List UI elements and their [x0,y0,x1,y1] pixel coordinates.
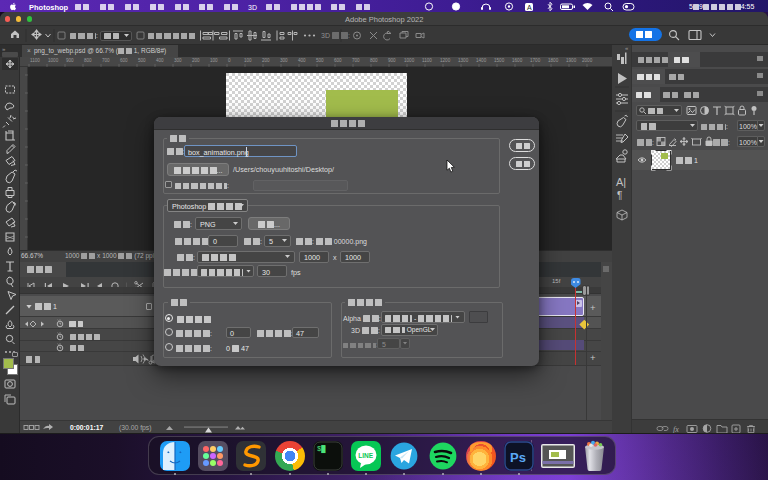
svg-text:$█: $█ [317,445,326,454]
svg-text:900: 900 [388,58,396,63]
svg-text:200: 200 [262,58,270,63]
svg-text:1200: 1200 [440,58,451,63]
svg-text:1800: 1800 [548,58,559,63]
svg-text:1500: 1500 [494,58,505,63]
svg-text:1000: 1000 [404,58,415,63]
svg-text:1300: 1300 [458,58,469,63]
svg-text:600: 600 [120,58,128,63]
svg-text:100: 100 [244,58,252,63]
svg-text:300: 300 [280,58,288,63]
svg-text:Ps: Ps [510,450,526,465]
svg-text:700: 700 [102,58,110,63]
svg-text:1900: 1900 [566,58,577,63]
svg-text:500: 500 [316,58,324,63]
svg-text:A|: A| [616,176,626,188]
svg-text:900: 900 [66,58,74,63]
svg-text:1600: 1600 [512,58,523,63]
svg-text:800: 800 [84,58,92,63]
svg-text:500: 500 [138,58,146,63]
svg-text:¶: ¶ [617,190,622,201]
svg-text:700: 700 [352,58,360,63]
svg-text:1000: 1000 [48,58,59,63]
svg-text:A: A [527,4,532,11]
svg-text:1400: 1400 [476,58,487,63]
svg-text:2000: 2000 [582,58,593,63]
svg-text:400: 400 [156,58,164,63]
svg-text:LINE: LINE [358,452,373,459]
svg-text:600: 600 [334,58,342,63]
svg-text:100: 100 [210,58,218,63]
svg-text:0: 0 [228,58,231,63]
svg-text:300: 300 [174,58,182,63]
svg-text:1100: 1100 [422,58,432,63]
svg-text:800: 800 [370,58,378,63]
svg-text:200: 200 [192,58,200,63]
svg-text:1700: 1700 [530,58,541,63]
svg-text:1100: 1100 [30,58,40,63]
svg-text:400: 400 [298,58,306,63]
